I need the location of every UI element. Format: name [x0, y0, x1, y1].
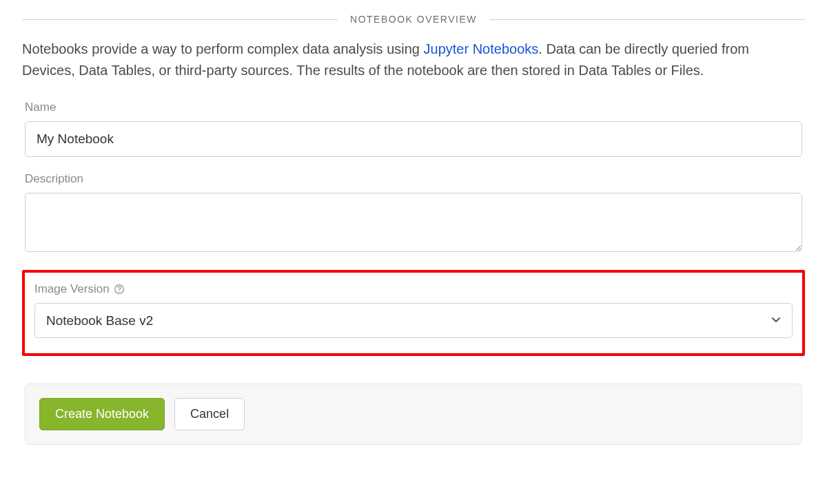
image-version-select-wrapper: Notebook Base v2 [34, 303, 793, 338]
name-input[interactable] [25, 121, 802, 157]
name-field-group: Name [22, 101, 805, 157]
intro-text-before: Notebooks provide a way to perform compl… [22, 41, 424, 56]
cancel-button[interactable]: Cancel [174, 398, 245, 430]
description-label: Description [25, 172, 802, 186]
overview-description: Notebooks provide a way to perform compl… [22, 39, 805, 81]
section-title: NOTEBOOK OVERVIEW [338, 14, 489, 25]
image-version-field-group: Image Version Notebook Base v2 [32, 282, 795, 338]
action-button-bar: Create Notebook Cancel [25, 384, 802, 445]
divider-line-right [489, 19, 805, 20]
image-version-select[interactable]: Notebook Base v2 [34, 303, 793, 338]
section-header: NOTEBOOK OVERVIEW [22, 14, 805, 25]
svg-point-1 [119, 291, 119, 292]
image-version-label-text: Image Version [34, 282, 110, 296]
description-input[interactable] [25, 193, 802, 252]
divider-line-left [22, 19, 338, 20]
create-notebook-button[interactable]: Create Notebook [39, 398, 165, 430]
description-field-group: Description [22, 172, 805, 255]
help-icon[interactable] [114, 284, 125, 295]
name-label: Name [25, 101, 802, 114]
jupyter-notebooks-link[interactable]: Jupyter Notebooks [424, 41, 539, 56]
image-version-label: Image Version [34, 282, 793, 296]
image-version-highlight: Image Version Notebook Base v2 [22, 270, 805, 356]
